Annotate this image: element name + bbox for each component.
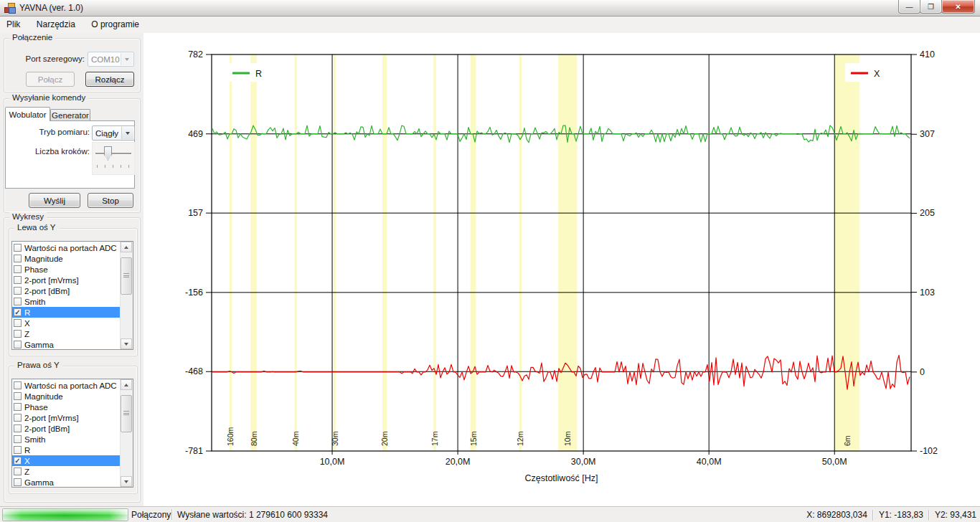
scroll-down-icon[interactable] bbox=[121, 476, 132, 487]
list-item[interactable]: Gamma bbox=[12, 339, 121, 350]
menu-item-plik[interactable]: Plik bbox=[0, 16, 27, 33]
checkbox-icon[interactable] bbox=[14, 478, 22, 486]
list-item[interactable]: Z bbox=[12, 328, 121, 339]
list-item[interactable]: Wartości na portach ADC bbox=[12, 380, 121, 391]
checkbox-icon[interactable] bbox=[14, 255, 22, 262]
list-item[interactable]: Phase bbox=[12, 264, 121, 275]
tab-wobulator[interactable]: Wobulator bbox=[5, 107, 50, 121]
checkbox-checked-icon[interactable]: ✓ bbox=[14, 457, 22, 465]
right-axis-list[interactable]: Wartości na portach ADCMagnitudePhase2-p… bbox=[11, 379, 133, 488]
status-separator bbox=[872, 510, 874, 521]
checkbox-icon[interactable] bbox=[14, 244, 22, 252]
checkbox-icon[interactable] bbox=[14, 446, 22, 454]
cursor-y2-value: Y2: 93,431 bbox=[935, 510, 976, 520]
slider-thumb[interactable] bbox=[104, 146, 112, 161]
band-6m bbox=[834, 54, 859, 451]
checkbox-icon[interactable] bbox=[14, 341, 22, 348]
list-item[interactable]: 2-port [dBm] bbox=[12, 423, 121, 434]
checkbox-icon[interactable] bbox=[14, 414, 22, 422]
list-item[interactable]: ✓R bbox=[12, 307, 121, 318]
list-item[interactable]: Smith bbox=[12, 296, 121, 307]
scrollbar[interactable] bbox=[120, 379, 133, 487]
steps-count-label: Liczba kroków: bbox=[14, 147, 90, 156]
band-label: 40m bbox=[291, 431, 300, 446]
left-axis-list[interactable]: Wartości na portach ADCMagnitudePhase2-p… bbox=[11, 241, 133, 350]
checkbox-icon[interactable] bbox=[14, 435, 22, 443]
tab-generator[interactable]: Generator bbox=[50, 109, 90, 121]
stop-button[interactable]: Stop bbox=[88, 193, 133, 208]
list-body: Wartości na portach ADCMagnitudePhase2-p… bbox=[12, 380, 121, 487]
y-left-tick-label: 157 bbox=[188, 208, 203, 218]
checkbox-icon[interactable] bbox=[14, 381, 22, 389]
band-label: 15m bbox=[469, 431, 478, 446]
list-item[interactable]: Gamma bbox=[12, 477, 121, 488]
list-item-label: Magnitude bbox=[24, 255, 63, 263]
menu-bar: Plik Narzędzia O programie bbox=[0, 16, 980, 33]
list-item[interactable]: 2-port [mVrms] bbox=[12, 275, 121, 285]
list-item[interactable]: 2-port [mVrms] bbox=[12, 412, 121, 423]
list-item[interactable]: ✓X bbox=[12, 455, 121, 466]
measure-mode-label: Tryb pomiaru: bbox=[14, 128, 90, 136]
close-button[interactable]: ✕ bbox=[941, 0, 975, 14]
x-tick-label: 50,0M bbox=[822, 457, 847, 467]
left-axis-group-label: Lewa oś Y bbox=[14, 223, 59, 232]
measure-mode-select[interactable]: Ciągły bbox=[92, 125, 135, 141]
legend-label-R: R bbox=[255, 69, 262, 79]
checkbox-icon[interactable] bbox=[14, 287, 22, 295]
connect-button[interactable]: Połącz bbox=[26, 72, 75, 87]
menu-item-o-programie[interactable]: O programie bbox=[85, 16, 146, 33]
band-label: 6m bbox=[843, 435, 852, 446]
y-right-tick-label: 205 bbox=[920, 208, 935, 218]
checkbox-icon[interactable] bbox=[14, 330, 22, 338]
scroll-down-icon[interactable] bbox=[121, 338, 132, 349]
checkbox-icon[interactable] bbox=[14, 298, 22, 305]
send-button[interactable]: Wyślij bbox=[29, 193, 80, 208]
slider-tick bbox=[113, 165, 113, 168]
list-item-label: Phase bbox=[24, 403, 48, 412]
disconnect-button[interactable]: Rozłącz bbox=[85, 72, 134, 87]
scroll-up-icon[interactable] bbox=[121, 379, 132, 390]
checkbox-icon[interactable] bbox=[14, 265, 22, 273]
list-item[interactable]: Wartości na portach ADC bbox=[12, 242, 121, 253]
x-axis-title: Częstotliwość [Hz] bbox=[524, 473, 598, 483]
scrollbar[interactable] bbox=[120, 242, 133, 349]
checkbox-icon[interactable] bbox=[14, 403, 22, 411]
list-item-label: X bbox=[24, 457, 30, 465]
scrollbar-thumb[interactable] bbox=[121, 395, 132, 432]
list-item[interactable]: Phase bbox=[12, 402, 121, 412]
list-item-label: Magnitude bbox=[24, 392, 63, 401]
list-item[interactable]: Smith bbox=[12, 434, 121, 445]
checkbox-icon[interactable] bbox=[14, 276, 22, 284]
steps-count-slider[interactable] bbox=[92, 142, 135, 175]
restore-button[interactable]: ❐ bbox=[920, 0, 942, 14]
list-item[interactable]: Magnitude bbox=[12, 391, 121, 402]
list-item[interactable]: X bbox=[12, 318, 121, 328]
list-item-label: Wartości na portach ADC bbox=[24, 381, 117, 390]
menu-item-narzedzia[interactable]: Narzędzia bbox=[30, 16, 82, 33]
list-item[interactable]: Magnitude bbox=[12, 253, 121, 264]
list-item[interactable]: Z bbox=[12, 466, 121, 477]
scroll-up-icon[interactable] bbox=[121, 242, 132, 252]
checkbox-icon[interactable] bbox=[14, 468, 22, 475]
list-item-label: Smith bbox=[24, 435, 45, 444]
scrollbar-thumb[interactable] bbox=[121, 257, 132, 295]
band-160m bbox=[230, 54, 232, 451]
serial-port-select[interactable]: COM10 bbox=[88, 52, 134, 67]
checkbox-icon[interactable] bbox=[14, 392, 22, 400]
app-icon-part bbox=[9, 7, 16, 14]
checkbox-checked-icon[interactable]: ✓ bbox=[14, 308, 22, 316]
minimize-button[interactable]: — bbox=[898, 0, 920, 14]
slider-tick bbox=[97, 165, 98, 168]
charts-group-label: Wykresy bbox=[9, 212, 47, 221]
cursor-readout: X: 8692803,034 Y1: -183,83 Y2: 93,431 bbox=[806, 507, 976, 522]
checkbox-icon[interactable] bbox=[14, 424, 22, 432]
frequency-chart[interactable]: 160m80m40m30m20m17m15m12m10m6mRX78246915… bbox=[143, 33, 980, 506]
checkbox-icon[interactable] bbox=[14, 319, 22, 327]
list-item[interactable]: 2-port [dBm] bbox=[12, 285, 121, 296]
x-tick-label: 40,0M bbox=[697, 457, 722, 467]
chevron-down-icon bbox=[121, 53, 133, 65]
sent-values-status: Wysłane wartości: 1 279610 600 93334 bbox=[177, 510, 328, 520]
cursor-x-value: X: 8692803,034 bbox=[806, 510, 867, 520]
band-label: 10m bbox=[563, 431, 572, 446]
list-item[interactable]: R bbox=[12, 445, 121, 455]
